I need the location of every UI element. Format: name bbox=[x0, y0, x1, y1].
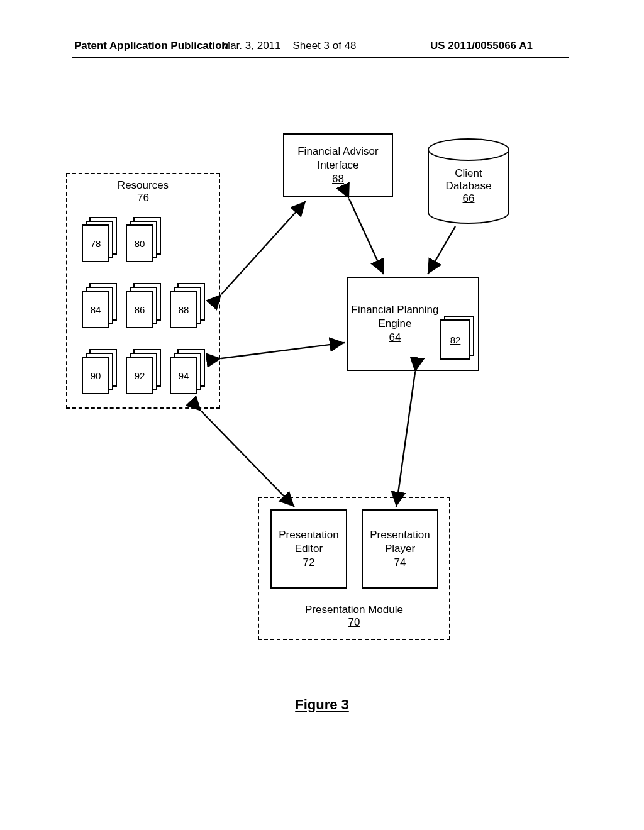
resources-title: Resources 76 bbox=[67, 179, 219, 204]
resource-stack-88: 88 bbox=[170, 283, 205, 328]
engine-sub: Engine bbox=[379, 318, 412, 330]
pres-module-ref: 70 bbox=[258, 616, 450, 629]
stack-ref: 78 bbox=[91, 238, 101, 249]
stack-ref: 84 bbox=[91, 304, 101, 315]
resource-stack-94: 94 bbox=[170, 349, 205, 394]
editor-title: Presentation bbox=[279, 529, 338, 541]
presentation-player-box: Presentation Player 74 bbox=[362, 509, 438, 589]
editor-ref: 72 bbox=[303, 556, 315, 569]
resource-stack-90: 90 bbox=[82, 349, 117, 394]
figure-caption: Figure 3 bbox=[0, 697, 644, 713]
header-date: Mar. 3, 2011 bbox=[221, 40, 281, 52]
stack-ref: 88 bbox=[179, 304, 189, 315]
page-icon: 84 bbox=[82, 290, 109, 328]
page-icon: 94 bbox=[170, 357, 197, 394]
box-title: Financial Advisor bbox=[297, 145, 379, 158]
resource-stack-78: 78 bbox=[82, 217, 117, 262]
page-icon: 90 bbox=[82, 357, 109, 394]
page: Patent Application Publication Mar. 3, 2… bbox=[0, 0, 644, 830]
resources-label: Resources bbox=[67, 179, 219, 192]
page-icon: 82 bbox=[440, 319, 470, 360]
arrow-engine-player bbox=[396, 372, 415, 507]
stack-ref: 92 bbox=[135, 370, 145, 381]
arrow-resources-editor bbox=[201, 411, 294, 507]
resource-stack-80: 80 bbox=[126, 217, 161, 262]
resource-stack-84: 84 bbox=[82, 283, 117, 328]
engine-doc-stack-82: 82 bbox=[440, 316, 475, 361]
resources-ref: 76 bbox=[67, 192, 219, 204]
page-icon: 86 bbox=[126, 290, 153, 328]
header-mid: Mar. 3, 2011 Sheet 3 of 48 bbox=[221, 40, 357, 52]
cylinder-label: Client Database 66 bbox=[428, 167, 509, 205]
cylinder-top bbox=[428, 138, 509, 161]
box-subtitle: Interface bbox=[317, 159, 358, 172]
player-sub: Player bbox=[385, 543, 415, 555]
resource-stack-92: 92 bbox=[126, 349, 161, 394]
header-sheet: Sheet 3 of 48 bbox=[292, 40, 356, 52]
player-ref: 74 bbox=[394, 556, 406, 569]
stack-ref: 86 bbox=[135, 304, 145, 315]
page-icon: 88 bbox=[170, 290, 197, 328]
stack-ref: 94 bbox=[179, 370, 189, 381]
header-rule bbox=[72, 57, 569, 58]
stack-ref: 90 bbox=[91, 370, 101, 381]
pres-module-label: Presentation Module 70 bbox=[258, 604, 450, 629]
pres-module-title: Presentation Module bbox=[258, 604, 450, 616]
engine-ref: 64 bbox=[389, 331, 401, 344]
arrow-resources-advisor bbox=[221, 201, 306, 294]
financial-advisor-interface-box: Financial Advisor Interface 68 bbox=[283, 133, 393, 197]
resource-stack-86: 86 bbox=[126, 283, 161, 328]
arrow-database-engine bbox=[428, 226, 455, 274]
page-icon: 80 bbox=[126, 224, 153, 262]
header-left: Patent Application Publication bbox=[74, 40, 228, 52]
engine-title: Financial Planning bbox=[352, 304, 439, 316]
box-ref: 68 bbox=[332, 173, 344, 185]
arrow-resources-engine bbox=[221, 343, 345, 358]
db-title: Client bbox=[428, 167, 509, 180]
stack-ref: 82 bbox=[450, 335, 461, 345]
db-sub: Database bbox=[428, 180, 509, 192]
presentation-editor-box: Presentation Editor 72 bbox=[270, 509, 347, 589]
arrow-advisor-engine bbox=[349, 199, 384, 274]
player-title: Presentation bbox=[370, 529, 430, 541]
stack-ref: 80 bbox=[135, 238, 145, 249]
editor-sub: Editor bbox=[295, 543, 323, 555]
page-icon: 92 bbox=[126, 357, 153, 394]
db-ref: 66 bbox=[428, 192, 509, 205]
header-right: US 2011/0055066 A1 bbox=[430, 40, 533, 52]
page-icon: 78 bbox=[82, 224, 109, 262]
